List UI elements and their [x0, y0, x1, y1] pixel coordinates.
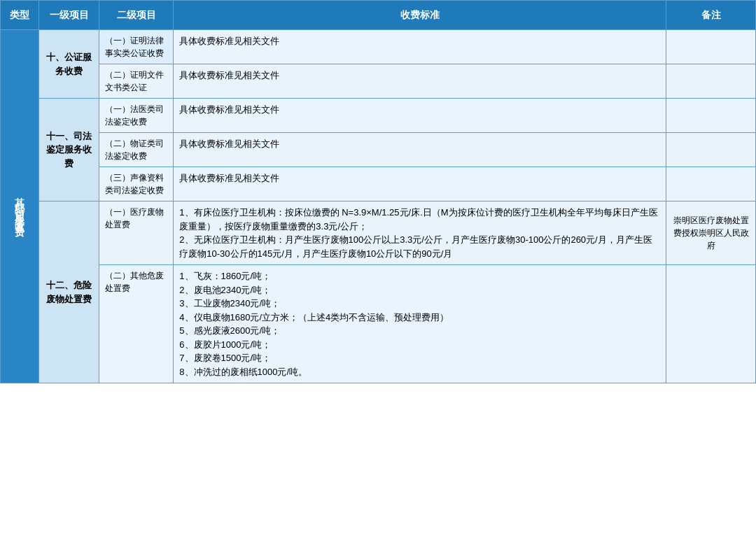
- cell-standard: 具体收费标准见相关文件: [174, 64, 666, 99]
- cell-second: （二）其他危废处置费: [99, 265, 174, 383]
- header-second: 二级项目: [99, 1, 174, 30]
- cell-standard: 1、有床位医疗卫生机构：按床位缴费的 N=3.9×M/1.25元/床.日（M为按…: [174, 201, 666, 265]
- cell-first-10: 十、公证服务收费: [39, 30, 99, 99]
- cell-second: （一）证明法律事实类公证收费: [99, 30, 174, 64]
- cell-type-1: 其他特定服务收费: [1, 30, 39, 383]
- cell-second: （二）物证类司法鉴定收费: [99, 133, 174, 167]
- cell-second: （一）法医类司法鉴定收费: [99, 99, 174, 133]
- cell-note: [666, 167, 756, 201]
- cell-standard: 具体收费标准见相关文件: [174, 133, 666, 167]
- cell-note: [666, 99, 756, 133]
- cell-standard: 具体收费标准见相关文件: [174, 167, 666, 201]
- cell-note: [666, 30, 756, 64]
- cell-note: [666, 133, 756, 167]
- cell-standard: 1、飞灰：1860元/吨； 2、废电池2340元/吨； 3、工业废物2340元/…: [174, 265, 666, 383]
- cell-standard: 具体收费标准见相关文件: [174, 30, 666, 64]
- cell-note: [666, 64, 756, 99]
- cell-second: （二）证明文件文书类公证: [99, 64, 174, 99]
- cell-note: 崇明区医疗废物处置费授权崇明区人民政府: [666, 201, 756, 265]
- cell-first-12: 十二、危险废物处置费: [39, 201, 99, 383]
- header-standard: 收费标准: [174, 1, 666, 30]
- header-note: 备注: [666, 1, 756, 30]
- cell-second: （三）声像资料类司法鉴定收费: [99, 167, 174, 201]
- cell-note: [666, 265, 756, 383]
- fee-table: 类型 一级项目 二级项目 收费标准 备注 其他特定服务收费十、公证服务收费（一）…: [0, 0, 756, 383]
- cell-standard: 具体收费标准见相关文件: [174, 99, 666, 133]
- cell-second: （一）医疗废物处置费: [99, 201, 174, 265]
- cell-first-11: 十一、司法鉴定服务收费: [39, 99, 99, 201]
- header-first: 一级项目: [39, 1, 99, 30]
- header-type: 类型: [1, 1, 39, 30]
- main-table-wrapper: 类型 一级项目 二级项目 收费标准 备注 其他特定服务收费十、公证服务收费（一）…: [0, 0, 756, 383]
